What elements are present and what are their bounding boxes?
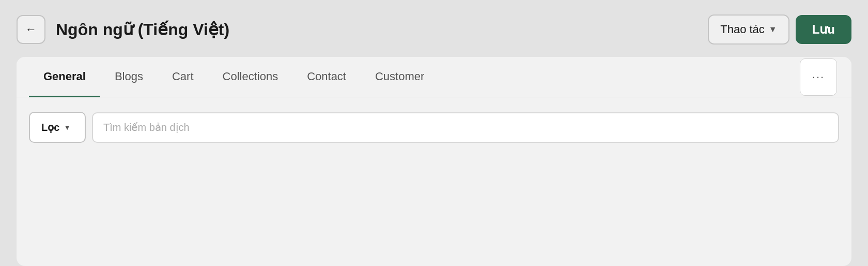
header-right: Thao tác ▼ Lưu [708,14,851,45]
tab-customer[interactable]: Customer [361,57,439,97]
filter-label: Lọc [41,121,59,134]
tab-contact[interactable]: Contact [292,57,361,97]
back-button[interactable]: ← [17,15,45,44]
tab-cart[interactable]: Cart [158,57,208,97]
header: ← Ngôn ngữ (Tiếng Việt) Thao tác ▼ Lưu [17,14,851,45]
filter-chevron-down-icon: ▼ [64,123,71,131]
search-input[interactable] [92,112,839,143]
tab-general[interactable]: General [29,57,100,97]
more-tabs-button[interactable]: ··· [800,58,837,96]
back-icon: ← [25,23,37,36]
thao-tac-button[interactable]: Thao tác ▼ [708,14,789,45]
page-title: Ngôn ngữ (Tiếng Việt) [56,20,229,39]
page-wrapper: ← Ngôn ngữ (Tiếng Việt) Thao tác ▼ Lưu G… [0,0,868,266]
ellipsis-icon: ··· [812,70,825,84]
thao-tac-label: Thao tác [720,23,765,36]
tabs-row: General Blogs Cart Collections Contact C… [17,57,851,97]
main-card: General Blogs Cart Collections Contact C… [17,57,851,266]
header-left: ← Ngôn ngữ (Tiếng Việt) [17,15,229,44]
filter-button[interactable]: Lọc ▼ [29,112,86,143]
filter-row: Lọc ▼ [17,97,851,157]
luu-button[interactable]: Lưu [796,15,851,44]
tab-collections[interactable]: Collections [208,57,293,97]
tab-blogs[interactable]: Blogs [100,57,158,97]
chevron-down-icon: ▼ [769,25,777,34]
